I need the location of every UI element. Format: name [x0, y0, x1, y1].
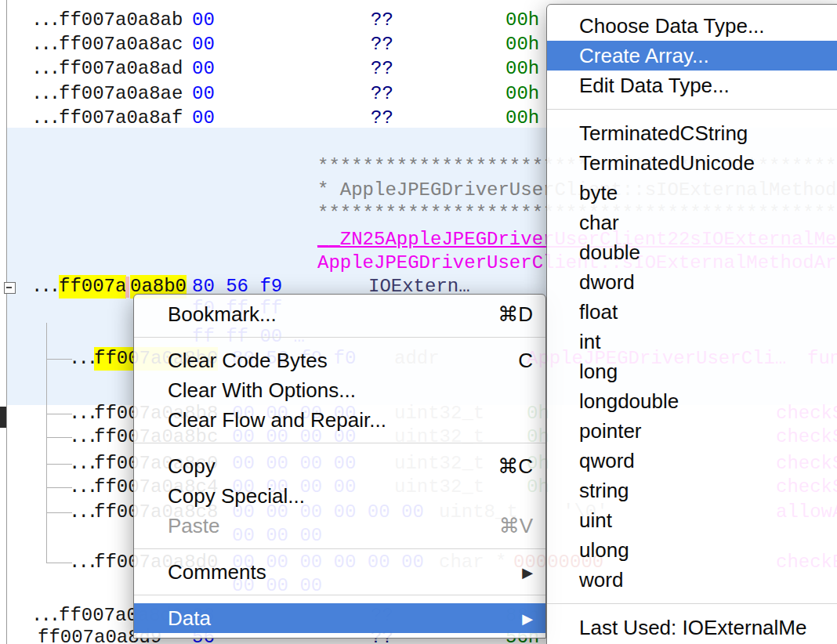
listing-cell-dots[interactable]: ... [31, 275, 58, 298]
data-submenu-item-longdouble[interactable]: longdouble [547, 386, 837, 416]
data-submenu-item-dword[interactable]: dword [547, 267, 837, 297]
listing-screen: ...ff007a0a8ab00??00h...ff007a0a8ac00??0… [0, 0, 837, 644]
context-menu-item-bookmark[interactable]: Bookmark...⌘D [134, 299, 545, 329]
listing-cell-addr[interactable]: ff007a0a8ad [59, 57, 183, 81]
context-menu-item-clear-with-options[interactable]: Clear With Options... [134, 375, 545, 405]
listing-cell-g[interactable]: 00h [505, 33, 539, 56]
menu-item-label: Comments [168, 560, 266, 584]
listing-cell-q[interactable]: ?? [371, 107, 393, 130]
data-submenu-item-choose-data-type[interactable]: Choose Data Type... [547, 11, 837, 41]
data-submenu-item-string[interactable]: string [547, 476, 837, 505]
listing-cell-q[interactable]: ?? [371, 9, 393, 32]
data-submenu-item-create-array[interactable]: Create Array... [547, 41, 837, 71]
menu-item-label: Edit Data Type... [579, 74, 730, 98]
context-menu-item-clear-code-bytes[interactable]: Clear Code BytesC [134, 346, 545, 375]
context-menu-item-clear-flow-and-repair[interactable]: Clear Flow and Repair... [134, 405, 545, 435]
listing-cell-dots[interactable]: ... [31, 107, 58, 130]
data-submenu-item-terminatedcstring[interactable]: TerminatedCString [547, 118, 837, 148]
panel-drag-handle[interactable] [0, 407, 6, 428]
listing-cell-dots[interactable]: ... [69, 425, 96, 449]
context-menu-separator [134, 443, 545, 443]
data-submenu-separator [547, 109, 837, 110]
context-menu-item-copy[interactable]: Copy⌘C [134, 451, 545, 481]
listing-cell-hl[interactable]: ff007a [59, 275, 126, 298]
menu-item-label: Paste [168, 514, 220, 538]
context-menu-separator [134, 548, 545, 549]
data-submenu-item-edit-data-type[interactable]: Edit Data Type... [547, 71, 837, 100]
listing-cell-byte[interactable]: 00 [192, 82, 215, 106]
data-submenu-item-int[interactable]: int [547, 327, 837, 356]
listing-cell-dots[interactable]: ... [69, 551, 96, 574]
listing-cell-byte[interactable]: 00 [192, 9, 215, 32]
menu-item-shortcut: C [518, 349, 533, 373]
listing-cell-g[interactable]: 00h [505, 107, 539, 130]
data-submenu-separator [547, 603, 837, 604]
listing-cell-g[interactable]: 00h [505, 82, 539, 106]
data-submenu-item-char[interactable]: char [547, 208, 837, 237]
data-submenu-item-byte[interactable]: byte [547, 178, 837, 208]
menu-item-label: pointer [579, 419, 642, 443]
menu-item-label: long [579, 360, 618, 384]
context-menu-item-data[interactable]: Data▶ [134, 603, 545, 633]
listing-cell-dots[interactable]: ... [31, 9, 58, 32]
listing-cell-dots[interactable]: ... [31, 57, 58, 81]
context-menu: Bookmark...⌘DClear Code BytesCClear With… [133, 294, 546, 639]
listing-cell-q[interactable]: ?? [371, 57, 393, 81]
listing-cell-dots[interactable]: ... [69, 476, 96, 499]
menu-item-label: longdouble [579, 389, 679, 414]
listing-cell-addr[interactable]: ff007a0a8ae [59, 82, 183, 106]
data-submenu-item-last-used-ioexternalme[interactable]: Last Used: IOExternalMe [547, 613, 837, 642]
data-submenu-item-word[interactable]: word [547, 565, 837, 595]
listing-cell-dots[interactable]: ... [31, 604, 58, 628]
listing-cell-dots[interactable]: ... [69, 452, 96, 476]
listing-cell-addr[interactable]: ff007a0a8ab [59, 9, 183, 32]
menu-item-label: Choose Data Type... [579, 14, 765, 38]
menu-item-label: string [579, 479, 629, 503]
listing-cell-dots[interactable]: ... [31, 33, 58, 56]
listing-cell-byte[interactable]: 00 [192, 33, 215, 56]
listing-cell-dots[interactable]: ... [31, 82, 58, 106]
listing-cell-addr[interactable]: ff007a0a8ac [59, 33, 183, 56]
menu-item-label: qword [579, 449, 635, 473]
data-submenu-item-double[interactable]: double [547, 237, 837, 267]
context-menu-separator [134, 595, 545, 595]
data-submenu-item-ulong[interactable]: ulong [547, 535, 837, 565]
listing-cell-dots[interactable]: ... [69, 501, 96, 524]
menu-item-label: ulong [579, 538, 629, 563]
menu-item-label: Bookmark... [168, 302, 277, 327]
menu-item-label: Copy [168, 454, 216, 479]
menu-item-shortcut: ⌘V [499, 514, 533, 538]
context-menu-item-paste[interactable]: Paste⌘V [134, 511, 545, 541]
data-submenu-item-qword[interactable]: qword [547, 446, 837, 476]
data-submenu-item-float[interactable]: float [547, 297, 837, 327]
context-menu-separator [134, 337, 545, 338]
menu-item-label: TerminatedCString [579, 121, 748, 146]
menu-item-label: Last Used: IOExternalMe [579, 616, 806, 640]
listing-cell-q[interactable]: ?? [371, 33, 393, 56]
menu-item-label: double [579, 241, 640, 265]
context-menu-item-comments[interactable]: Comments▶ [134, 557, 545, 587]
submenu-arrow-icon: ▶ [522, 610, 533, 627]
menu-item-shortcut: ⌘C [498, 454, 533, 479]
listing-cell-byte[interactable]: 00 [192, 107, 215, 130]
menu-item-label: Copy Special... [168, 484, 305, 508]
menu-item-label: Clear Flow and Repair... [168, 408, 386, 432]
data-submenu-item-long[interactable]: long [547, 356, 837, 386]
menu-item-label: uint [579, 508, 612, 533]
listing-cell-dots[interactable]: ... [69, 402, 96, 425]
menu-item-label: float [579, 300, 618, 324]
data-submenu-item-pointer[interactable]: pointer [547, 416, 837, 446]
listing-cell-dots[interactable]: ... [69, 347, 96, 371]
menu-item-label: Clear With Options... [168, 378, 356, 403]
data-submenu-item-uint[interactable]: uint [547, 505, 837, 535]
data-submenu-item-terminatedunicode[interactable]: TerminatedUnicode [547, 148, 837, 178]
menu-item-label: word [579, 568, 623, 592]
data-type-submenu: Choose Data Type...Create Array...Edit D… [546, 4, 837, 644]
listing-cell-addr[interactable]: ff007a0a8af [59, 107, 183, 130]
listing-cell-g[interactable]: 00h [505, 9, 539, 32]
context-menu-item-copy-special[interactable]: Copy Special... [134, 481, 545, 511]
listing-cell-g[interactable]: 00h [505, 57, 539, 81]
listing-cell-q[interactable]: ?? [371, 82, 393, 106]
listing-cell-byte[interactable]: 00 [192, 57, 215, 81]
submenu-arrow-icon: ▶ [522, 564, 533, 581]
